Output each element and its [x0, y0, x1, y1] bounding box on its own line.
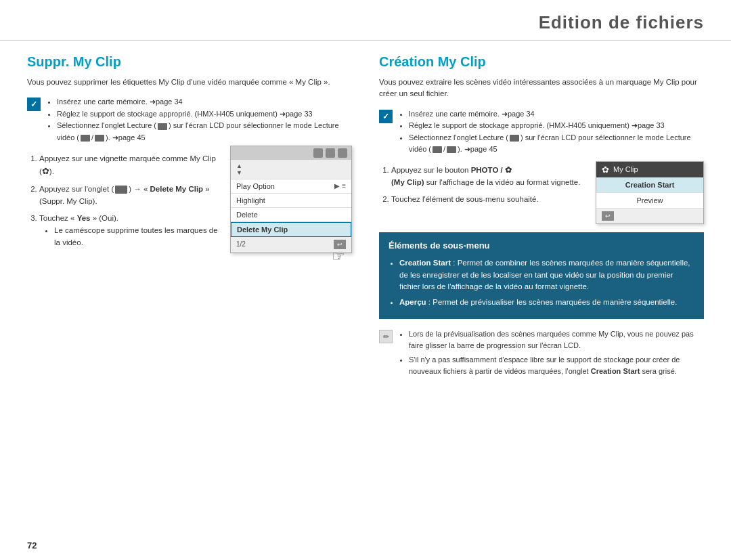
- sous-menu-list: Creation Start : Permet de combiner les …: [389, 257, 694, 308]
- prereq-item: Réglez le support de stockage approprié.…: [409, 120, 704, 132]
- prereq-item: Insérez une carte mémoire. ➜page 34: [57, 96, 352, 108]
- menu-arrow: ▶ ≡: [334, 182, 346, 190]
- right-menu-footer: ↩: [596, 209, 703, 223]
- right-menu-title: ✿ My Clip: [596, 162, 703, 177]
- menu-header-icon1: [313, 148, 323, 158]
- substep-item: Le caméscope supprime toutes les marques…: [54, 224, 223, 249]
- right-menu-mockup: ✿ My Clip Creation Start Preview ↩: [596, 161, 704, 224]
- steps-with-menu: Appuyez sur une vignette marquée comme M…: [27, 152, 352, 260]
- step-item: Appuyez sur une vignette marquée comme M…: [39, 152, 223, 179]
- menu-label: Play Option: [236, 182, 275, 190]
- right-column: Création My Clip Vous pouvez extraire le…: [379, 54, 704, 380]
- menu-header: [231, 146, 351, 160]
- sous-menu-box: Éléments de sous-menu Creation Start : P…: [379, 232, 704, 320]
- left-section-title: Suppr. My Clip: [27, 54, 352, 70]
- right-back-button[interactable]: ↩: [602, 211, 614, 221]
- note-item: Lors de la prévisualisation des scènes m…: [409, 328, 704, 351]
- right-steps-with-menu: Appuyez sur le bouton PHOTO / ✿ (My Clip…: [379, 164, 704, 224]
- main-content: Suppr. My Clip Vous pouvez supprimer les…: [0, 54, 731, 380]
- menu-row-delete-my-clip: Delete My Clip: [231, 222, 351, 237]
- sous-menu-item: Creation Start : Permet de combiner les …: [399, 257, 694, 293]
- right-menu-box: ✿ My Clip Creation Start Preview ↩: [596, 161, 704, 224]
- prereq-item: Sélectionnez l'onglet Lecture () sur l'é…: [409, 132, 704, 156]
- my-clip-icon: ✿: [602, 165, 609, 175]
- nav-arrows: ▲ ▼: [236, 163, 242, 176]
- cursor-finger: ☞: [332, 248, 345, 265]
- page-title: Edition de fichiers: [27, 12, 704, 33]
- left-section-intro: Vous pouvez supprimer les étiquettes My …: [27, 77, 352, 88]
- page-indicator: 1/2: [236, 240, 246, 248]
- menu-row-highlight: Highlight: [231, 194, 351, 208]
- page-number: 72: [27, 540, 37, 551]
- my-clip-label: My Clip: [613, 165, 638, 173]
- right-prereq-list: Insérez une carte mémoire. ➜page 34 Régl…: [398, 108, 704, 156]
- arrow-up: ▲: [236, 163, 242, 169]
- step-item: Appuyez sur l'onglet () → « Delete My Cl…: [39, 183, 223, 208]
- left-menu-mockup: ▲ ▼ Play Option ▶ ≡ Highlight Delete: [230, 146, 352, 253]
- check-icon-left: ✓: [27, 98, 41, 111]
- note-icon: ✏: [379, 330, 393, 343]
- prereq-item: Insérez une carte mémoire. ➜page 34: [409, 108, 704, 121]
- sous-menu-item: Aperçu : Permet de prévisualiser les scè…: [399, 297, 694, 308]
- arrow-down: ▼: [236, 169, 242, 176]
- right-steps: Appuyez sur le bouton PHOTO / ✿ (My Clip…: [379, 164, 589, 209]
- right-prereq-box: ✓ Insérez une carte mémoire. ➜page 34 Ré…: [379, 108, 704, 156]
- left-steps: Appuyez sur une vignette marquée comme M…: [27, 152, 223, 253]
- menu-row-delete: Delete: [231, 208, 351, 222]
- right-section-title: Création My Clip: [379, 54, 704, 70]
- prereq-item: Réglez le support de stockage approprié.…: [57, 108, 352, 121]
- menu-label: Highlight: [236, 196, 265, 204]
- menu-label: Delete My Clip: [237, 225, 288, 234]
- menu-row-play-option: Play Option ▶ ≡: [231, 179, 351, 194]
- left-prereq-list: Insérez une carte mémoire. ➜page 34 Régl…: [46, 96, 352, 144]
- left-column: Suppr. My Clip Vous pouvez supprimer les…: [27, 54, 352, 380]
- note-list: Lors de la prévisualisation des scènes m…: [398, 328, 704, 380]
- check-icon-right: ✓: [379, 110, 393, 123]
- step-item: Touchez l'élément de sous-menu souhaité.: [391, 193, 589, 205]
- right-section-intro: Vous pouvez extraire les scènes vidéo in…: [379, 77, 704, 100]
- right-menu-creation-start: Creation Start: [596, 177, 703, 193]
- prereq-item: Sélectionnez l'onglet Lecture () sur l'é…: [57, 120, 352, 144]
- sous-menu-title: Éléments de sous-menu: [389, 239, 694, 253]
- step-item: Touchez « Yes » (Oui). Le caméscope supp…: [39, 212, 223, 249]
- right-menu-preview: Preview: [596, 193, 703, 209]
- menu-header-icon2: [326, 148, 335, 158]
- step-item: Appuyez sur le bouton PHOTO / ✿ (My Clip…: [391, 164, 589, 189]
- menu-nav-row: ▲ ▼: [231, 160, 351, 179]
- menu-box: ▲ ▼ Play Option ▶ ≡ Highlight Delete: [230, 146, 352, 253]
- note-box: ✏ Lors de la prévisualisation des scènes…: [379, 328, 704, 380]
- page-header: Edition de fichiers: [0, 0, 731, 41]
- note-item: S'il n'y a pas suffisamment d'espace lib…: [409, 354, 704, 376]
- left-prereq-box: ✓ Insérez une carte mémoire. ➜page 34 Ré…: [27, 96, 352, 144]
- menu-header-icon3: [338, 148, 347, 158]
- menu-label: Delete: [236, 211, 258, 219]
